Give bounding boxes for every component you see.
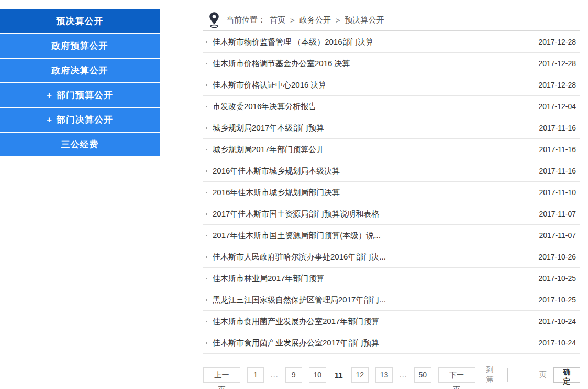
article-date: 2017-10-25 <box>538 296 576 304</box>
page-button-13[interactable]: 13 <box>375 367 393 383</box>
sidebar-item-label: 政府预算公开 <box>52 40 108 52</box>
article-link[interactable]: 佳木斯市人民政府驻哈尔滨办事处2016年部门决... <box>213 252 528 262</box>
list-item: 2017年佳木斯市国土资源局部门预算(本级）说... 2017-11-07 <box>203 225 580 246</box>
article-link[interactable]: 城乡规划局2017年本级部门预算 <box>213 123 528 133</box>
goto-page-input[interactable] <box>507 368 532 382</box>
bullet-icon <box>206 321 207 322</box>
article-link[interactable]: 佳木斯市物价监督管理 （本级）2016部门决算 <box>213 37 528 47</box>
article-link[interactable]: 佳木斯市食用菌产业发展办公室2017年部门预算 <box>213 338 528 348</box>
list-item: 佳木斯市价格调节基金办公室2016 决算 2017-12-28 <box>203 53 580 74</box>
sidebar-item-gov-final-accounts[interactable]: 政府决算公开 <box>0 59 160 82</box>
main-content: 当前位置： 首页 > 政务公开 > 预决算公开 佳木斯市物价监督管理 （本级）2… <box>203 9 580 384</box>
bullet-icon <box>206 149 207 150</box>
sidebar-item-label: 部门预算公开 <box>57 89 113 101</box>
bullet-icon <box>206 192 207 193</box>
list-item: 2016年佳木斯市城乡规划局部门决算 2017-11-10 <box>203 182 580 203</box>
article-date: 2017-11-07 <box>539 210 576 218</box>
next-page-button[interactable]: 下一页 <box>438 367 475 383</box>
article-list: 佳木斯市物价监督管理 （本级）2016部门决算 2017-12-28 佳木斯市价… <box>203 31 580 354</box>
pagination-ellipsis: ... <box>271 371 279 379</box>
list-item: 2017年佳木斯市国土资源局部门预算说明和表格 2017-11-07 <box>203 203 580 225</box>
expand-plus-icon: + <box>47 115 52 125</box>
list-item: 佳木斯市物价监督管理 （本级）2016部门决算 2017-12-28 <box>203 31 580 53</box>
bullet-icon <box>206 256 207 258</box>
list-item: 佳木斯市林业局2017年部门预算 2017-10-25 <box>203 268 580 289</box>
breadcrumb-gov-affairs-link[interactable]: 政务公开 <box>299 15 331 25</box>
article-date: 2017-10-25 <box>538 274 576 283</box>
prev-page-button[interactable]: 上一页 <box>203 367 240 383</box>
list-item: 黑龙江三江国家级自然保护区管理局2017年部门... 2017-10-25 <box>203 289 580 311</box>
breadcrumb-current: 预决算公开 <box>345 15 384 25</box>
article-link[interactable]: 佳木斯市食用菌产业发展办公室2017年部门预算 <box>213 317 528 327</box>
article-date: 2017-12-04 <box>538 102 576 111</box>
pagination-ellipsis: ... <box>400 371 407 379</box>
page-button-9[interactable]: 9 <box>285 367 302 383</box>
article-link[interactable]: 佳木斯市林业局2017年部门预算 <box>213 274 528 284</box>
bullet-icon <box>206 84 207 86</box>
list-item: 佳木斯市食用菌产业发展办公室2017年部门预算 2017-10-24 <box>203 311 580 332</box>
article-date: 2017-12-28 <box>538 81 576 89</box>
article-link[interactable]: 2017年佳木斯市国土资源局部门预算(本级）说... <box>213 231 528 241</box>
article-date: 2017-10-24 <box>538 317 576 326</box>
article-date: 2017-12-28 <box>538 38 576 46</box>
article-link[interactable]: 佳木斯市价格调节基金办公室2016 决算 <box>213 59 528 69</box>
breadcrumb: 当前位置： 首页 > 政务公开 > 预决算公开 <box>203 9 580 31</box>
article-date: 2017-11-10 <box>539 188 576 197</box>
article-date: 2017-11-16 <box>539 167 576 175</box>
breadcrumb-home-link[interactable]: 首页 <box>270 15 285 25</box>
bullet-icon <box>206 342 207 344</box>
article-date: 2017-11-16 <box>539 124 576 132</box>
sidebar-item-three-public-funds[interactable]: 三公经费 <box>0 133 160 156</box>
sidebar-item-budget-disclosure[interactable]: 预决算公开 <box>0 9 160 33</box>
page-button-10[interactable]: 10 <box>309 367 326 383</box>
bullet-icon <box>206 63 207 64</box>
page-button-50[interactable]: 50 <box>414 367 431 383</box>
article-link[interactable]: 城乡规划局2017年部门预算公开 <box>213 145 528 155</box>
list-item: 城乡规划局2017年本级部门预算 2017-11-16 <box>203 117 580 139</box>
article-link[interactable]: 市发改委2016年决算分析报告 <box>213 102 528 112</box>
breadcrumb-prefix: 当前位置： <box>226 15 265 25</box>
bullet-icon <box>206 213 207 215</box>
sidebar-item-label: 部门决算公开 <box>57 114 113 126</box>
pagination: 上一页 1 ... 9 10 11 12 13 ... 50 下一页 到第 页 … <box>203 365 580 384</box>
bullet-icon <box>206 235 207 236</box>
bullet-icon <box>206 41 207 43</box>
expand-plus-icon: + <box>47 90 52 101</box>
list-item: 佳木斯市价格认证中心2016 决算 2017-12-28 <box>203 74 580 96</box>
article-link[interactable]: 佳木斯市价格认证中心2016 决算 <box>213 80 528 90</box>
article-link[interactable]: 黑龙江三江国家级自然保护区管理局2017年部门... <box>213 295 528 305</box>
bullet-icon <box>206 127 207 129</box>
bullet-icon <box>206 106 207 107</box>
list-item: 佳木斯市食用菌产业发展办公室2017年部门预算 2017-10-24 <box>203 332 580 354</box>
list-item: 佳木斯市人民政府驻哈尔滨办事处2016年部门决... 2017-10-26 <box>203 246 580 268</box>
page-button-1[interactable]: 1 <box>247 367 264 383</box>
article-link[interactable]: 2016年佳木斯市城乡规划局部门决算 <box>213 188 528 198</box>
sidebar-item-label: 政府决算公开 <box>52 64 108 77</box>
article-date: 2017-12-28 <box>538 59 576 68</box>
bullet-icon <box>206 278 207 279</box>
sidebar-item-label: 预决算公开 <box>57 15 104 27</box>
list-item: 2016年佳木斯市城乡规划局本级决算 2017-11-16 <box>203 160 580 182</box>
bullet-icon <box>206 170 207 172</box>
breadcrumb-separator: > <box>290 16 295 25</box>
list-item: 市发改委2016年决算分析报告 2017-12-04 <box>203 96 580 117</box>
sidebar-item-label: 三公经费 <box>61 138 99 150</box>
sidebar-item-dept-final-accounts[interactable]: + 部门决算公开 <box>0 108 160 132</box>
current-page: 11 <box>333 371 345 380</box>
list-item: 城乡规划局2017年部门预算公开 2017-11-16 <box>203 139 580 160</box>
article-link[interactable]: 2016年佳木斯市城乡规划局本级决算 <box>213 166 528 176</box>
sidebar: 预决算公开 政府预算公开 政府决算公开 + 部门预算公开 + 部门决算公开 三公… <box>0 9 160 156</box>
location-pin-icon <box>208 12 220 28</box>
article-date: 2017-10-24 <box>538 339 576 347</box>
breadcrumb-separator: > <box>336 16 340 25</box>
sidebar-item-gov-budget[interactable]: 政府预算公开 <box>0 34 160 58</box>
confirm-button[interactable]: 确定 <box>553 367 580 383</box>
article-date: 2017-10-26 <box>538 253 576 261</box>
goto-page-label: 到第 <box>486 365 501 384</box>
goto-page-unit: 页 <box>539 370 547 380</box>
page-button-12[interactable]: 12 <box>351 367 369 383</box>
article-link[interactable]: 2017年佳木斯市国土资源局部门预算说明和表格 <box>213 209 528 219</box>
article-date: 2017-11-16 <box>539 145 576 154</box>
sidebar-item-dept-budget[interactable]: + 部门预算公开 <box>0 83 160 107</box>
bullet-icon <box>206 299 207 301</box>
